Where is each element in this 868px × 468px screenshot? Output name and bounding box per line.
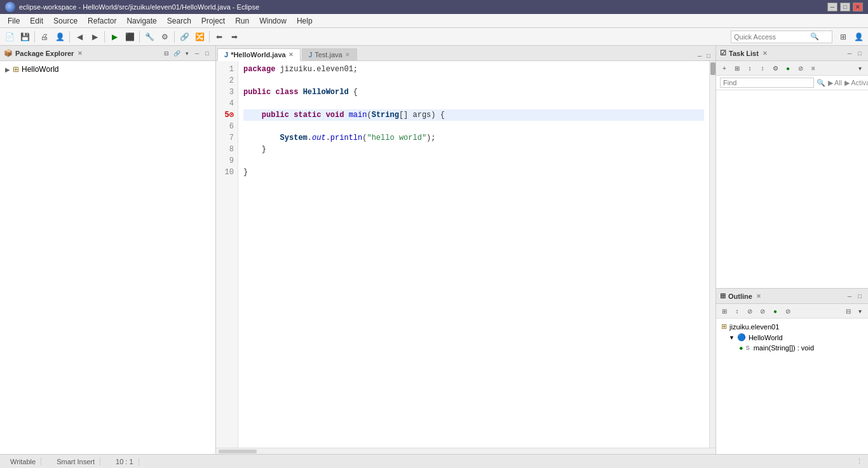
toolbar-sep-3 bbox=[104, 31, 105, 43]
open-perspective-button[interactable]: 👤 bbox=[851, 30, 865, 44]
task-find-icon: 🔍 bbox=[817, 79, 825, 87]
outline-maximize-button[interactable]: □ bbox=[855, 292, 864, 301]
menu-search[interactable]: Search bbox=[162, 15, 196, 27]
menu-window[interactable]: Window bbox=[254, 15, 292, 27]
task-list-icon: ☑ bbox=[720, 49, 726, 57]
quick-access-container[interactable]: 🔍 bbox=[731, 31, 832, 43]
title-bar: eclipse-workspace - HelloWorld/src/jizui… bbox=[0, 0, 868, 14]
toolbar-btn-6[interactable]: ▶ bbox=[88, 30, 102, 44]
task-toolbar-btn2[interactable]: ≡ bbox=[808, 62, 819, 74]
toolbar-btn-2[interactable]: 💾 bbox=[18, 30, 32, 44]
package-icon: ⊞ bbox=[721, 322, 727, 331]
task-filter-button[interactable]: ⊞ bbox=[731, 62, 743, 74]
outline-btn-5[interactable]: ⊘ bbox=[782, 305, 794, 317]
editor-panel: J *HelloWorld.java ✕ J Test.java ✕ ─ □ 1… bbox=[216, 46, 715, 454]
task-find-input[interactable] bbox=[720, 78, 814, 88]
outline-item-method[interactable]: ● S main(String[]) : void bbox=[719, 343, 865, 353]
outline-item-class[interactable]: ▼ 🔵 HelloWorld bbox=[719, 332, 865, 343]
task-minimize-button[interactable]: ─ bbox=[845, 49, 854, 58]
line-numbers: 1 2 3 4 5⊙ 6 7 8 9 10 bbox=[216, 61, 238, 448]
static-marker: S bbox=[746, 345, 750, 351]
editor-minimize-button[interactable]: ─ bbox=[695, 52, 704, 60]
task-toolbar: + ⊞ ↕ ↕ ⚙ ● ⊘ ≡ ▾ bbox=[716, 61, 868, 76]
menu-bar: File Edit Source Refactor Navigate Searc… bbox=[0, 14, 868, 28]
task-list-panel: ☑ Task List ✕ ─ □ + ⊞ ↕ ↕ ⚙ ● ⊘ ≡ ▾ bbox=[716, 46, 868, 289]
panel-close-marker: ✕ bbox=[78, 50, 83, 57]
task-filter-all[interactable]: All bbox=[834, 79, 842, 86]
editor-tab-controls: ─ □ bbox=[695, 52, 715, 60]
menu-edit[interactable]: Edit bbox=[25, 15, 48, 27]
tab-close-test[interactable]: ✕ bbox=[345, 52, 350, 58]
outline-dropdown[interactable]: ▾ bbox=[854, 305, 865, 317]
minimize-button[interactable]: ─ bbox=[827, 3, 837, 11]
toolbar-btn-13[interactable]: ⬅ bbox=[212, 30, 226, 44]
tab-test-java[interactable]: J Test.java ✕ bbox=[302, 48, 357, 60]
outline-icon: ⊞ bbox=[720, 292, 726, 300]
outline-title: ⊞ Outline ✕ bbox=[720, 292, 761, 300]
titlebar-controls: ─ □ ✕ bbox=[827, 3, 863, 11]
toolbar-sep-6 bbox=[209, 31, 210, 43]
package-explorer-header: 📦 Package Explorer ✕ ⊟ 🔗 ▾ ─ □ bbox=[0, 46, 215, 61]
outline-btn-4[interactable]: ⊘ bbox=[757, 305, 768, 317]
status-writable: Writable bbox=[5, 458, 41, 465]
perspective-button[interactable]: ⊞ bbox=[836, 30, 850, 44]
toolbar-btn-4[interactable]: 👤 bbox=[53, 30, 67, 44]
new-button[interactable]: 📄 bbox=[3, 30, 17, 44]
toolbar-btn-3[interactable]: 🖨 bbox=[37, 30, 51, 44]
task-new-button[interactable]: + bbox=[719, 62, 730, 74]
package-explorer-title: 📦 Package Explorer ✕ bbox=[4, 49, 83, 57]
toolbar-sep-1 bbox=[34, 31, 35, 43]
toolbar-btn-5[interactable]: ◀ bbox=[72, 30, 86, 44]
tab-close-helloworld[interactable]: ✕ bbox=[288, 52, 294, 58]
menu-source[interactable]: Source bbox=[48, 15, 83, 27]
outline-btn-1[interactable]: ⊞ bbox=[719, 305, 730, 317]
tab-helloworld-java[interactable]: J *HelloWorld.java ✕ bbox=[217, 48, 301, 61]
toolbar-btn-12[interactable]: 🔀 bbox=[193, 30, 207, 44]
collapse-all-button[interactable]: ⊟ bbox=[162, 49, 171, 58]
editor-area[interactable]: 1 2 3 4 5⊙ 6 7 8 9 10 package jizuiku.el… bbox=[216, 61, 715, 448]
outline-controls: ─ □ bbox=[845, 292, 864, 301]
tree-item-helloworld[interactable]: ▶ ⊞ HelloWorld bbox=[3, 64, 213, 75]
toolbar-btn-11[interactable]: 🔗 bbox=[177, 30, 191, 44]
task-dropdown[interactable]: ▾ bbox=[854, 62, 865, 74]
outline-collapse-button[interactable]: ⊟ bbox=[843, 305, 854, 317]
outline-btn-2[interactable]: ↕ bbox=[731, 305, 743, 317]
panel-menu-button[interactable]: ▾ bbox=[182, 49, 191, 58]
right-panel: ☑ Task List ✕ ─ □ + ⊞ ↕ ↕ ⚙ ● ⊘ ≡ ▾ bbox=[715, 46, 868, 454]
outline-minimize-button[interactable]: ─ bbox=[845, 292, 854, 301]
task-sort-button[interactable]: ↕ bbox=[757, 62, 768, 74]
toolbar-btn-8[interactable]: ⬛ bbox=[123, 30, 137, 44]
toolbar-btn-14[interactable]: ➡ bbox=[227, 30, 241, 44]
code-editor[interactable]: package jizuiku.eleven01; public class H… bbox=[238, 61, 709, 448]
link-editor-button[interactable]: 🔗 bbox=[172, 49, 181, 58]
menu-run[interactable]: Run bbox=[230, 15, 254, 27]
menu-project[interactable]: Project bbox=[196, 15, 230, 27]
toolbar-btn-10[interactable]: ⚙ bbox=[158, 30, 172, 44]
task-sync-button[interactable]: ↕ bbox=[744, 62, 756, 74]
task-activate-link[interactable]: Activate... bbox=[851, 79, 868, 86]
quick-access-input[interactable] bbox=[734, 33, 810, 41]
menu-help[interactable]: Help bbox=[292, 15, 318, 27]
run-button[interactable]: ▶ bbox=[107, 30, 121, 44]
editor-maximize-button[interactable]: □ bbox=[704, 52, 713, 60]
panel-maximize-button[interactable]: □ bbox=[203, 49, 212, 58]
task-settings-button[interactable]: ⚙ bbox=[770, 62, 781, 74]
toolbar-sep-4 bbox=[139, 31, 140, 43]
task-green-dot: ● bbox=[782, 62, 794, 74]
editor-tabs: J *HelloWorld.java ✕ J Test.java ✕ ─ □ bbox=[216, 46, 715, 61]
panel-minimize-button[interactable]: ─ bbox=[193, 49, 201, 58]
maximize-button[interactable]: □ bbox=[840, 3, 850, 11]
menu-refactor[interactable]: Refactor bbox=[83, 15, 121, 27]
editor-scrollbar[interactable] bbox=[709, 61, 715, 448]
menu-navigate[interactable]: Navigate bbox=[121, 15, 161, 27]
left-panel: 📦 Package Explorer ✕ ⊟ 🔗 ▾ ─ □ ▶ ⊞ Hello… bbox=[0, 46, 216, 454]
task-toolbar-btn[interactable]: ⊘ bbox=[795, 62, 806, 74]
menu-file[interactable]: File bbox=[3, 15, 25, 27]
task-maximize-button[interactable]: □ bbox=[855, 49, 864, 58]
status-insert-mode: Smart Insert bbox=[51, 458, 100, 465]
toolbar-btn-9[interactable]: 🔧 bbox=[142, 30, 156, 44]
outline-btn-3[interactable]: ⊘ bbox=[744, 305, 756, 317]
outline-item-package[interactable]: ⊞ jizuiku.eleven01 bbox=[719, 321, 865, 332]
close-button[interactable]: ✕ bbox=[853, 3, 863, 11]
editor-horizontal-scrollbar[interactable] bbox=[216, 448, 715, 454]
